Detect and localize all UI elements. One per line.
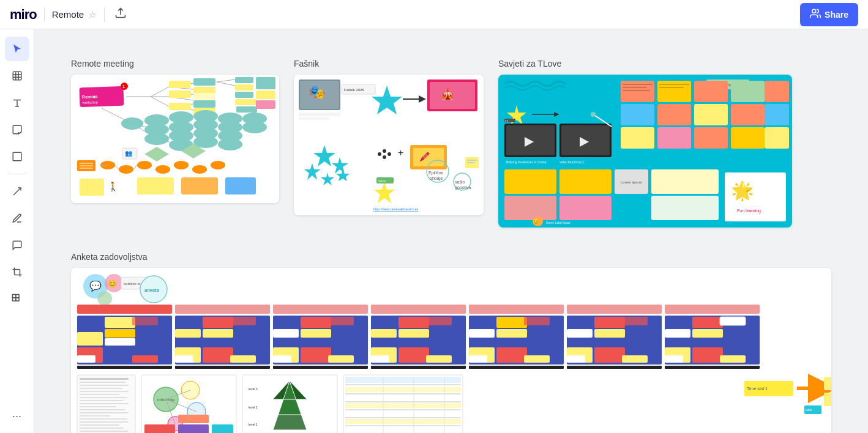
- sticky-note-tool[interactable]: [5, 117, 29, 142]
- svg-rect-217: [273, 305, 368, 314]
- svg-point-114: [383, 149, 386, 153]
- svg-point-0: [812, 9, 816, 13]
- svg-text:workshop: workshop: [81, 100, 99, 105]
- svg-rect-252: [594, 317, 625, 328]
- svg-text:Fašnik 2026: Fašnik 2026: [344, 88, 364, 92]
- fasnik-board[interactable]: 🎭 Fašnik 2026: [294, 75, 484, 215]
- sidebar: ...: [0, 29, 34, 433]
- svg-rect-155: [657, 104, 691, 125]
- svg-text:level 2: level 2: [249, 405, 258, 409]
- svg-text:🎪: 🎪: [441, 87, 455, 101]
- svg-rect-322: [345, 403, 461, 408]
- svg-rect-162: [731, 127, 765, 149]
- comment-icon: [12, 240, 23, 251]
- export-button[interactable]: [114, 7, 127, 22]
- svg-rect-255: [622, 317, 648, 325]
- svg-text:+: +: [398, 147, 403, 158]
- svg-line-7: [13, 188, 21, 195]
- svg-rect-244: [524, 317, 550, 325]
- svg-rect-43: [256, 77, 275, 89]
- apps-tool[interactable]: [5, 287, 29, 311]
- svg-rect-286: [80, 418, 127, 420]
- svg-text:😊: 😊: [532, 218, 540, 226]
- svg-rect-38: [235, 77, 253, 83]
- remote-meeting-title: Remote meeting: [71, 59, 279, 68]
- svg-rect-215: [175, 355, 193, 363]
- svg-rect-303: [178, 415, 209, 423]
- frames-tool[interactable]: [5, 64, 29, 88]
- svg-rect-210: [203, 329, 233, 338]
- svg-rect-231: [371, 329, 397, 338]
- svg-text:level 1: level 1: [249, 423, 258, 426]
- pen-tool[interactable]: [5, 206, 29, 231]
- crop-icon: [12, 267, 23, 278]
- svg-text:Fun learning: Fun learning: [737, 209, 761, 213]
- svg-rect-327: [345, 425, 461, 426]
- remote-meeting-board[interactable]: Remote workshop 1: [71, 75, 279, 203]
- more-button[interactable]: ...: [5, 401, 29, 426]
- svg-rect-178: [651, 196, 719, 220]
- svg-text:Bullying Tendencies in Online: Bullying Tendencies in Online: [506, 160, 546, 164]
- svg-rect-326: [345, 419, 461, 424]
- svg-text:gopoliva: gopoliva: [455, 185, 471, 190]
- svg-rect-228: [371, 305, 466, 314]
- svg-rect-225: [301, 347, 331, 363]
- main-layout: ... Remote meeting Remote workshop: [0, 29, 868, 433]
- frames-icon: [12, 70, 23, 81]
- svg-rect-222: [328, 317, 354, 325]
- svg-rect-302: [178, 424, 209, 433]
- svg-rect-212: [175, 366, 270, 369]
- shape-tool[interactable]: [5, 144, 29, 169]
- apps-icon: [12, 294, 23, 305]
- savjeti-title: Savjeti za TLove: [498, 59, 792, 68]
- svg-rect-30: [169, 103, 191, 110]
- svg-point-115: [387, 152, 391, 156]
- svg-point-170: [591, 112, 596, 117]
- svg-rect-91: [181, 177, 218, 194]
- svg-rect-269: [692, 347, 723, 363]
- svg-rect-321: [345, 401, 461, 402]
- svg-rect-304: [212, 424, 233, 433]
- svg-rect-301: [144, 424, 175, 433]
- export-icon: [114, 7, 127, 19]
- svg-rect-274: [80, 382, 125, 383]
- miro-logo: miro: [10, 7, 37, 23]
- share-button[interactable]: Share: [800, 3, 858, 26]
- svg-rect-243: [496, 329, 527, 338]
- line-tool[interactable]: [5, 179, 29, 204]
- crop-tool[interactable]: [5, 260, 29, 284]
- svg-rect-250: [567, 305, 662, 314]
- text-tool[interactable]: [5, 91, 29, 115]
- svg-rect-319: [345, 393, 461, 394]
- savjeti-board[interactable]: Think and Plan Bullying Tendencies in On…: [498, 75, 792, 228]
- canvas-area[interactable]: Remote meeting Remote workshop 1: [34, 29, 868, 433]
- svg-rect-1: [13, 72, 21, 80]
- svg-rect-249: [524, 355, 550, 363]
- svg-rect-164: [623, 84, 653, 85]
- svg-rect-282: [80, 406, 116, 407]
- svg-text:Epilično: Epilično: [428, 171, 444, 176]
- star-button[interactable]: ☆: [89, 10, 97, 20]
- line-icon: [12, 186, 23, 197]
- cursor-tool[interactable]: [5, 37, 29, 61]
- remote-meeting-canvas: Remote workshop 1: [71, 75, 279, 203]
- svg-rect-280: [80, 400, 124, 401]
- svg-rect-289: [80, 427, 124, 429]
- svg-rect-273: [80, 378, 129, 380]
- svg-rect-168: [659, 87, 684, 88]
- svg-rect-232: [398, 329, 429, 338]
- cursor-icon: [12, 43, 23, 54]
- svg-rect-34: [193, 100, 215, 108]
- anketa-board[interactable]: 💬 😊 bubbles text anketa: [71, 268, 831, 433]
- comment-tool[interactable]: [5, 233, 29, 257]
- fasnik-title: Fašnik: [294, 59, 484, 68]
- svg-rect-200: [105, 338, 135, 346]
- shape-icon: [12, 151, 23, 162]
- svg-rect-336: [824, 393, 831, 406]
- svg-rect-221: [301, 329, 331, 338]
- svg-point-188: [97, 291, 112, 306]
- svg-rect-227: [328, 355, 354, 363]
- share-label: Share: [825, 10, 848, 20]
- svg-rect-177: [651, 169, 719, 194]
- svg-rect-263: [692, 317, 723, 328]
